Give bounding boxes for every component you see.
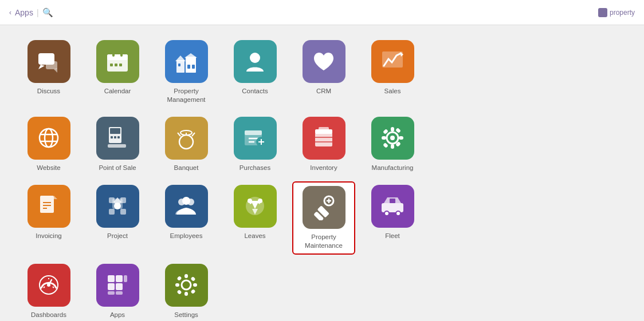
app-item-contacts[interactable]: Contacts [223,37,286,108]
app-label-website: Website [37,164,60,172]
svg-rect-103 [176,290,182,295]
app-icon-banquet [165,117,208,160]
app-icon-dashboards [28,264,70,307]
app-icon-manufacturing [371,117,414,160]
svg-rect-49 [391,144,394,149]
app-item-employees[interactable]: Employees [155,181,218,255]
svg-point-81 [396,212,400,215]
app-label-contacts: Contacts [242,87,268,96]
app-item-property-management[interactable]: Property Management [155,37,218,108]
app-item-property-maintenance[interactable]: Property Maintenance [292,181,355,255]
svg-rect-63 [109,209,115,215]
app-label-apps: Apps [110,311,125,319]
svg-rect-102 [190,289,195,294]
app-item-settings[interactable]: Settings [155,260,218,321]
back-chevron-icon: ‹ [9,9,11,17]
svg-marker-1 [38,65,45,69]
svg-rect-6 [112,52,115,57]
svg-point-85 [47,283,50,287]
svg-point-29 [179,135,193,149]
svg-rect-24 [110,128,120,134]
svg-rect-5 [107,54,128,60]
app-item-apps[interactable]: Apps [86,260,149,321]
app-icon-contacts [234,40,277,83]
svg-point-20 [45,129,53,147]
svg-point-16 [250,53,260,63]
svg-rect-97 [184,274,188,278]
app-item-leaves[interactable]: Leaves [223,181,286,255]
svg-rect-35 [245,130,262,135]
app-icon-point-of-sale [96,117,139,160]
app-item-dashboards[interactable]: Dashboards [17,260,80,321]
svg-rect-8 [110,64,113,66]
search-icon[interactable]: 🔍 [42,7,53,18]
svg-rect-9 [115,64,117,66]
app-item-crm[interactable]: CRM [292,37,355,108]
app-item-calendar[interactable]: Calendar [86,37,149,108]
svg-rect-7 [120,52,123,57]
svg-rect-93 [116,283,123,290]
app-label-property-maintenance: Property Maintenance [297,233,351,250]
app-label-settings: Settings [174,311,198,319]
app-label-manufacturing: Manufacturing [372,164,414,172]
svg-rect-100 [193,283,197,287]
svg-rect-94 [108,291,115,295]
app-item-point-of-sale[interactable]: Point of Sale [86,113,149,176]
app-item-banquet[interactable]: Banquet [155,113,218,176]
svg-line-86 [44,287,45,288]
svg-rect-61 [109,197,115,203]
svg-rect-10 [119,64,122,66]
app-label-inventory: Inventory [310,164,337,172]
app-label-fleet: Fleet [385,232,400,240]
svg-point-68 [182,197,190,205]
app-label-invoicing: Invoicing [36,232,61,240]
svg-point-65 [114,203,121,209]
app-label-banquet: Banquet [174,164,199,172]
svg-rect-77 [382,203,403,212]
svg-point-70 [248,199,252,203]
app-item-manufacturing[interactable]: Manufacturing [361,113,424,176]
app-item-discuss[interactable]: Discuss [17,37,80,108]
main-content: DiscussCalendarProperty ManagementContac… [0,25,644,321]
app-item-fleet[interactable]: Fleet [361,181,424,255]
app-item-invoicing[interactable]: Invoicing [17,181,80,255]
svg-rect-98 [184,292,188,296]
app-item-project[interactable]: Project [86,181,149,255]
svg-rect-26 [114,136,116,138]
app-icon-project [96,185,139,228]
svg-rect-12 [186,57,196,73]
app-label-sales: Sales [384,87,401,96]
app-item-purchases[interactable]: Purchases [223,113,286,176]
svg-rect-27 [117,136,120,138]
app-label-property-management: Property Management [158,87,214,104]
app-label-employees: Employees [170,232,203,240]
svg-point-96 [182,280,191,290]
svg-line-87 [53,287,54,288]
svg-rect-2 [46,61,57,69]
brand-logo-icon [598,8,607,17]
app-item-inventory[interactable]: Inventory [292,113,355,176]
svg-rect-50 [382,136,386,140]
svg-rect-51 [399,136,403,140]
svg-rect-41 [315,133,332,146]
svg-rect-55 [395,128,401,133]
back-apps-link[interactable]: Apps [15,8,33,17]
header-right: property [598,8,635,17]
apps-grid: DiscussCalendarProperty ManagementContac… [17,37,627,321]
svg-rect-99 [175,283,179,287]
brand-label: property [610,9,635,17]
app-label-crm: CRM [316,87,331,96]
app-item-website[interactable]: Website [17,113,80,176]
app-icon-calendar [96,40,139,83]
svg-rect-95 [116,291,123,295]
svg-rect-13 [187,65,190,69]
svg-rect-90 [116,275,123,282]
svg-rect-28 [108,144,126,148]
app-label-project: Project [107,232,128,240]
app-label-point-of-sale: Point of Sale [99,164,136,172]
app-icon-website [28,117,70,160]
app-item-sales[interactable]: Sales [361,37,424,108]
app-icon-purchases [234,117,277,160]
header: ‹ Apps | 🔍 property [0,0,644,25]
svg-rect-62 [120,197,126,203]
